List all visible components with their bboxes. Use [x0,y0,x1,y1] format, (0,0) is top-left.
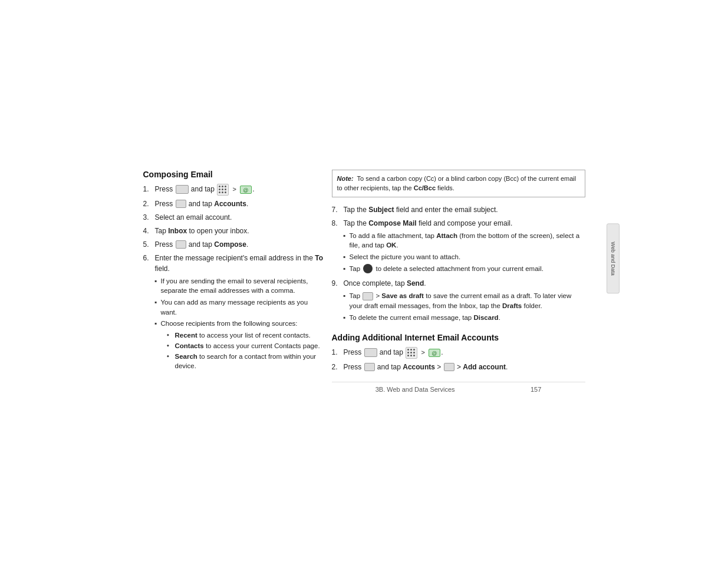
step-num-3: 3. [143,212,155,223]
sidebar-tab-container: Web and Data [607,223,620,293]
step-4-content: Tap Inbox to open your inbox. [155,226,326,236]
step-8: 8. Tap the Compose Mail field and compos… [332,218,585,276]
page-footer: 3B. Web and Data Services 157 [332,382,585,393]
menu-button2-icon [176,240,186,249]
step-1: 1. Press and tap > . [143,184,326,196]
email-app-icon2 [429,349,440,357]
phone-button-icon [176,185,189,194]
right-steps: 7. Tap the Subject field and enter the e… [332,204,585,325]
subbullet-3: Choose recipients from the following sou… [155,319,326,371]
step-7-content: Tap the Subject field and enter the emai… [344,204,585,215]
composing-steps: 1. Press and tap > . [143,184,326,373]
step-6-subbullets: If you are sending the email to several … [155,276,326,371]
menu-button3-icon [364,363,375,371]
arrow-gt-add1: > [421,349,425,356]
menu-button-icon [176,200,186,208]
step9-sub1: Tap > Save as draft to save the current … [344,291,585,310]
step-3: 3. Select an email account. [143,212,326,223]
left-column: Composing Email 1. Press and tap [143,170,326,376]
step-6-content: Enter the message recipient's email addr… [155,253,326,373]
adding-accounts-title: Adding Additional Internet Email Account… [332,333,585,342]
step8-sub1: To add a file attachment, tap Attach (fr… [344,231,585,250]
subbullet-2: You can add as many message recipients a… [155,297,326,317]
note-label: Note: [337,175,354,182]
subbullet-1: If you are sending the email to several … [155,276,326,296]
step-num-1: 1. [143,184,155,196]
step-9: 9. Once complete, tap Send. Tap > Save a… [332,278,585,324]
step-num-5: 5. [143,239,155,250]
step-3-content: Select an email account. [155,212,326,223]
footer-left: 3B. Web and Data Services [375,386,455,393]
right-column: Note: To send a carbon copy (Cc) or a bl… [326,170,585,393]
add-step-1-content: Press and tap > . [344,347,585,359]
step-num-9: 9. [332,278,344,324]
step-num-7: 7. [332,204,344,215]
step-8-subbullets: To add a file attachment, tap Attach (fr… [344,231,585,274]
step-7: 7. Tap the Subject field and enter the e… [332,204,585,215]
step-9-content: Once complete, tap Send. Tap > Save as d… [344,278,585,324]
sidebar-tab-label: Web and Data [607,223,620,293]
delete-circle-icon [363,264,373,273]
step-4: 4. Tap Inbox to open your inbox. [143,226,326,236]
step-1-content: Press and tap > . [155,184,326,196]
sub-sub-bullets: Recent to access your list of recent con… [167,330,326,371]
add-step-2-content: Press and tap Accounts > > Add account. [344,362,585,372]
step-9-subbullets: Tap > Save as draft to save the current … [344,291,585,322]
arrow-gt-1: > [233,186,236,193]
step8-sub3: Tap to delete a selected attachment from… [344,264,585,274]
step-2: 2. Press and tap Accounts. [143,199,326,209]
adding-steps: 1. Press and tap > . [332,347,585,372]
add-step-num-2: 2. [332,362,344,372]
email-app-icon [240,186,252,194]
step-8-content: Tap the Compose Mail field and compose y… [344,218,585,276]
subsub-search: Search to search for a contact from with… [167,352,326,371]
phone-button2-icon [364,348,377,357]
add-step-2: 2. Press and tap Accounts > > Add accoun… [332,362,585,372]
menu-icon-draft [363,292,373,300]
note-box: Note: To send a carbon copy (Cc) or a bl… [332,170,585,197]
grid-icon2 [406,347,417,359]
subsub-contacts: Contacts to access your current Contacts… [167,341,326,351]
step8-sub2: Select the picture you want to attach. [344,252,585,262]
step-num-4: 4. [143,226,155,236]
step-5: 5. Press and tap Compose. [143,239,326,250]
page-container: Composing Email 1. Press and tap [0,0,728,562]
step-num-6: 6. [143,253,155,373]
step-6: 6. Enter the message recipient's email a… [143,253,326,373]
step-num-8: 8. [332,218,344,276]
add-step-1: 1. Press and tap > . [332,347,585,359]
grid-icon [217,184,229,196]
step-2-content: Press and tap Accounts. [155,199,326,209]
menu-button4-icon [444,363,454,371]
subsub-recent: Recent to access your list of recent con… [167,330,326,340]
adding-accounts-section: Adding Additional Internet Email Account… [332,333,585,372]
footer-right: 157 [531,386,541,393]
step9-sub2: To delete the current email message, tap… [344,313,585,323]
step-5-content: Press and tap Compose. [155,239,326,250]
composing-email-title: Composing Email [143,170,326,179]
step-num-2: 2. [143,199,155,209]
add-step-num-1: 1. [332,347,344,359]
